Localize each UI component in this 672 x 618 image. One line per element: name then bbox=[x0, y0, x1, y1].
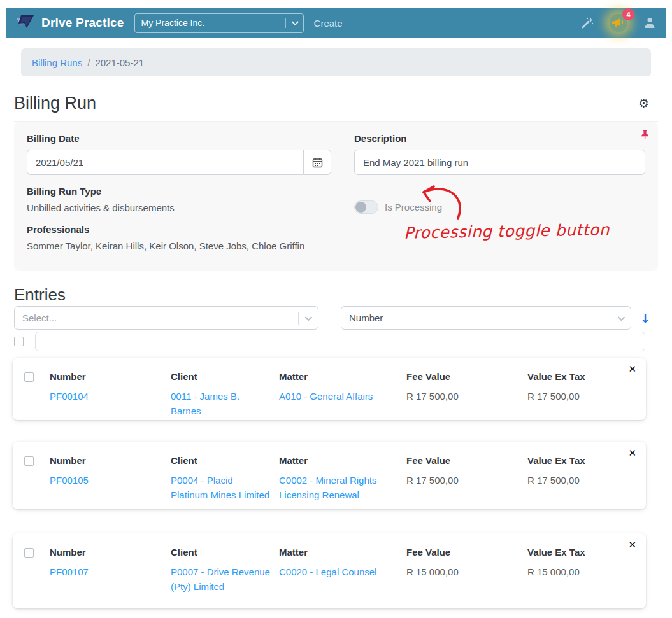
entry-card-pf00104: ✕ Number PF00104 Client 0011 - James B. … bbox=[13, 358, 646, 420]
create-button[interactable]: Create bbox=[314, 18, 343, 29]
practice-selector[interactable]: My Practice Inc. bbox=[134, 13, 304, 33]
entry-checkbox[interactable] bbox=[24, 372, 34, 382]
entry-number-link[interactable]: PF00105 bbox=[50, 475, 89, 486]
column-header-matter: Matter bbox=[279, 455, 406, 466]
entry-fee-value: R 17 500,00 bbox=[406, 389, 527, 404]
entries-title: Entries bbox=[14, 285, 66, 305]
entries-filter-select[interactable]: Select... bbox=[14, 306, 318, 330]
column-header-fee-value: Fee Value bbox=[406, 547, 527, 558]
breadcrumb-separator: / bbox=[87, 57, 90, 68]
billing-run-header: Billing Run ⚙ bbox=[14, 94, 658, 122]
professionals-label: Professionals bbox=[27, 224, 331, 235]
description-input[interactable] bbox=[354, 150, 645, 175]
entry-matter-link[interactable]: C0002 - Mineral Rights Licensing Renewal bbox=[279, 475, 376, 500]
professionals-value: Sommer Taylor, Keiran Hills, Keir Olson,… bbox=[27, 241, 331, 251]
settings-gear-icon[interactable]: ⚙ bbox=[638, 97, 649, 109]
entry-number-link[interactable]: PF00104 bbox=[50, 391, 89, 402]
column-header-number: Number bbox=[50, 371, 171, 382]
notification-badge: 4 bbox=[622, 8, 634, 20]
calendar-icon[interactable] bbox=[303, 150, 331, 175]
billing-date-field: Billing Date Billing Run Type bbox=[27, 133, 331, 251]
breadcrumb-current: 2021-05-21 bbox=[95, 57, 144, 68]
navbar-actions: 4 bbox=[580, 14, 657, 32]
entry-fee-value: R 15 000,00 bbox=[406, 565, 527, 579]
entry-card-pf00105: ✕ Number PF00105 Client P0004 - Placid P… bbox=[13, 442, 646, 509]
chevron-down-icon bbox=[618, 313, 625, 320]
entry-client-link[interactable]: P0007 - Drive Revenue (Pty) Limited bbox=[171, 566, 270, 592]
practice-selector-value: My Practice Inc. bbox=[141, 18, 280, 28]
column-header-value-ex-tax: Value Ex Tax bbox=[527, 371, 634, 382]
chevron-down-icon bbox=[291, 18, 298, 25]
annotation-text: Processing toggle button bbox=[404, 220, 610, 242]
sort-field-value: Number bbox=[349, 313, 606, 323]
column-header-fee-value: Fee Value bbox=[406, 455, 527, 466]
filter-placeholder: Select... bbox=[22, 313, 293, 323]
page-title: Billing Run bbox=[14, 94, 96, 113]
pin-icon[interactable] bbox=[640, 129, 650, 143]
drive-practice-logo-icon bbox=[15, 13, 36, 33]
billing-run-card: Billing Date Billing Run Type bbox=[14, 122, 658, 271]
entry-checkbox[interactable] bbox=[24, 548, 34, 558]
column-header-matter: Matter bbox=[279, 547, 406, 558]
entry-client-link[interactable]: 0011 - James B. Barnes bbox=[171, 391, 239, 416]
entry-number-link[interactable]: PF00107 bbox=[50, 566, 89, 577]
entry-value-ex-tax: R 17 500,00 bbox=[527, 473, 634, 488]
select-all-checkbox[interactable] bbox=[14, 337, 24, 346]
entry-fee-value: R 17 500,00 bbox=[406, 473, 527, 488]
column-header-number: Number bbox=[50, 547, 171, 558]
announcements-megaphone-icon[interactable]: 4 bbox=[610, 14, 627, 32]
column-header-value-ex-tax: Value Ex Tax bbox=[527, 547, 634, 558]
is-processing-toggle[interactable] bbox=[354, 200, 378, 214]
entry-matter-link[interactable]: A010 - General Affairs bbox=[279, 391, 373, 402]
toggle-knob bbox=[355, 202, 366, 213]
column-header-client: Client bbox=[171, 371, 279, 382]
entry-matter-link[interactable]: C0020 - Legal Counsel bbox=[279, 566, 376, 577]
entries-search-input[interactable] bbox=[35, 332, 645, 351]
entry-value-ex-tax: R 15 000,00 bbox=[527, 565, 634, 579]
remove-entry-icon[interactable]: ✕ bbox=[628, 449, 636, 458]
annotation-arrow bbox=[406, 181, 469, 228]
billing-run-type-label: Billing Run Type bbox=[27, 186, 331, 197]
brand-name: Drive Practice bbox=[41, 16, 124, 30]
breadcrumb: Billing Runs / 2021-05-21 bbox=[21, 48, 651, 76]
column-header-fee-value: Fee Value bbox=[406, 371, 527, 382]
entry-client-link[interactable]: P0004 - Placid Platinum Mines Limited bbox=[171, 475, 269, 500]
sort-direction-arrow-icon[interactable]: ↓ bbox=[640, 311, 650, 325]
remove-entry-icon[interactable]: ✕ bbox=[628, 365, 636, 374]
entry-value-ex-tax: R 17 500,00 bbox=[527, 389, 634, 404]
billing-date-input[interactable] bbox=[27, 150, 303, 175]
description-label: Description bbox=[354, 133, 645, 144]
select-divider bbox=[611, 312, 611, 325]
selector-divider bbox=[285, 18, 286, 28]
remove-entry-icon[interactable]: ✕ bbox=[628, 540, 636, 550]
user-profile-icon[interactable] bbox=[643, 16, 657, 30]
select-divider bbox=[298, 312, 299, 325]
entries-search-row bbox=[14, 332, 645, 351]
chevron-down-icon bbox=[305, 313, 312, 320]
entries-sort-select[interactable]: Number bbox=[341, 306, 631, 330]
billing-date-label: Billing Date bbox=[27, 133, 331, 144]
navbar: Drive Practice My Practice Inc. Create 4 bbox=[6, 8, 666, 38]
column-header-matter: Matter bbox=[279, 371, 406, 382]
entry-checkbox[interactable] bbox=[24, 456, 34, 466]
column-header-value-ex-tax: Value Ex Tax bbox=[527, 455, 634, 466]
entries-filter-row: Select... Number ↓ bbox=[14, 306, 658, 330]
magic-wand-icon[interactable] bbox=[580, 16, 594, 30]
breadcrumb-billing-runs-link[interactable]: Billing Runs bbox=[32, 57, 82, 68]
column-header-number: Number bbox=[50, 455, 171, 466]
entry-card-pf00107: ✕ Number PF00107 Client P0007 - Drive Re… bbox=[13, 533, 646, 608]
billing-run-type-value: Unbilled activities & disbursements bbox=[27, 202, 331, 213]
column-header-client: Client bbox=[171, 455, 279, 466]
column-header-client: Client bbox=[171, 547, 279, 558]
brand-link[interactable]: Drive Practice bbox=[15, 13, 124, 33]
